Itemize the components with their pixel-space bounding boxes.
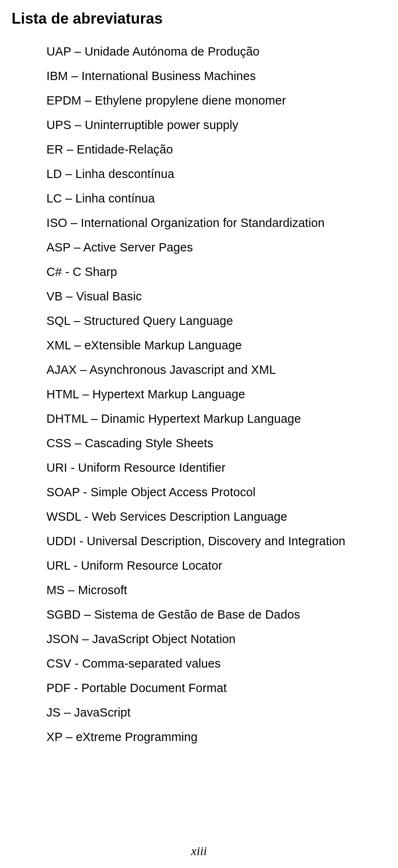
abbr-item: XML – eXtensible Markup Language	[46, 339, 386, 351]
document-page: Lista de abreviaturas UAP – Unidade Autó…	[0, 0, 398, 868]
abbr-item: IBM – International Business Machines	[46, 70, 386, 82]
page-number: xiii	[0, 844, 398, 858]
abbr-item: UAP – Unidade Autónoma de Produção	[46, 46, 386, 58]
abbr-item: MS – Microsoft	[46, 584, 386, 596]
abbr-item: XP – eXtreme Programming	[46, 731, 386, 743]
abbr-item: JSON – JavaScript Object Notation	[46, 633, 386, 645]
abbr-item: VB – Visual Basic	[46, 290, 386, 302]
abbr-item: CSV - Comma-separated values	[46, 658, 386, 670]
abbr-item: PDF - Portable Document Format	[46, 682, 386, 694]
abbr-item: WSDL - Web Services Description Language	[46, 511, 386, 523]
abbr-item: ASP – Active Server Pages	[46, 241, 386, 254]
abbr-item: ISO – International Organization for Sta…	[46, 217, 386, 229]
abbr-item: UDDI - Universal Description, Discovery …	[46, 535, 386, 547]
abbr-item: SQL – Structured Query Language	[46, 315, 386, 327]
abbr-item: URI - Uniform Resource Identifier	[46, 462, 386, 474]
abbr-item: JS – JavaScript	[46, 707, 386, 719]
abbreviation-list: UAP – Unidade Autónoma de Produção IBM –…	[12, 46, 386, 743]
abbr-item: URL - Uniform Resource Locator	[46, 560, 386, 572]
abbr-item: SOAP - Simple Object Access Protocol	[46, 486, 386, 498]
abbr-item: CSS – Cascading Style Sheets	[46, 437, 386, 449]
abbr-item: EPDM – Ethylene propylene diene monomer	[46, 95, 386, 107]
abbr-item: DHTML – Dinamic Hypertext Markup Languag…	[46, 413, 386, 425]
abbr-item: C# - C Sharp	[46, 266, 386, 278]
abbr-item: LD – Linha descontínua	[46, 168, 386, 180]
abbr-item: LC – Linha contínua	[46, 193, 386, 205]
abbr-item: UPS – Uninterruptible power supply	[46, 119, 386, 131]
abbr-item: SGBD – Sistema de Gestão de Base de Dado…	[46, 609, 386, 621]
abbr-item: ER – Entidade-Relação	[46, 144, 386, 156]
page-title: Lista de abreviaturas	[12, 10, 386, 27]
abbr-item: HTML – Hypertext Markup Language	[46, 388, 386, 400]
abbr-item: AJAX – Asynchronous Javascript and XML	[46, 364, 386, 376]
